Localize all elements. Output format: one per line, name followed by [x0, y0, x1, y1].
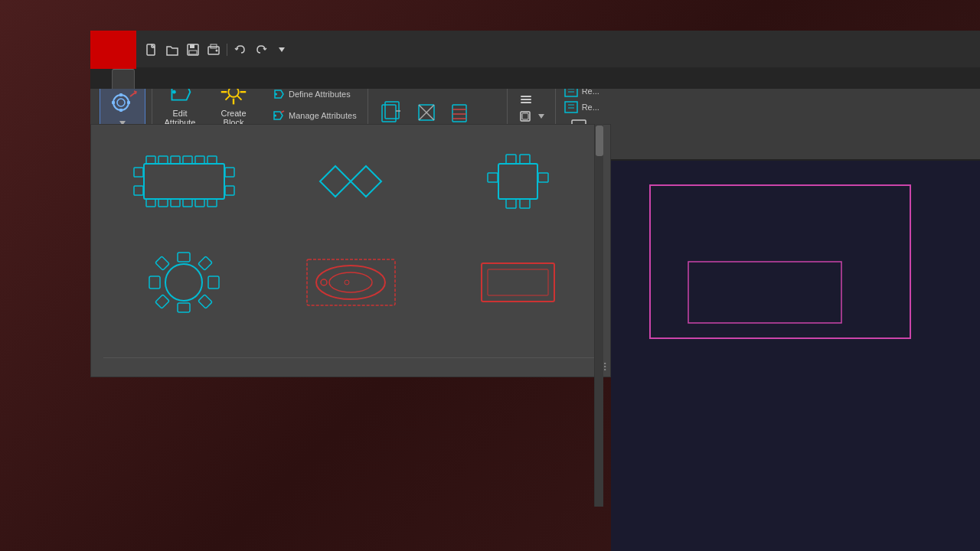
svg-rect-101: [198, 256, 211, 270]
drawing-area: [611, 124, 980, 551]
svg-rect-95: [506, 199, 516, 208]
save-button[interactable]: [184, 41, 202, 59]
svg-rect-105: [155, 295, 168, 308]
svg-rect-82: [171, 199, 180, 207]
svg-rect-5: [189, 51, 197, 54]
manage-attributes-label: Manage Attributes: [289, 111, 357, 120]
block-14-top-rect[interactable]: [103, 137, 264, 232]
tab-insert[interactable]: [112, 69, 135, 89]
svg-rect-77: [183, 156, 192, 164]
tab-home[interactable]: [90, 69, 112, 89]
svg-rect-92: [498, 164, 537, 199]
svg-point-18: [172, 90, 176, 94]
svg-point-110: [329, 272, 372, 292]
svg-rect-102: [208, 276, 219, 289]
svg-point-112: [345, 280, 349, 285]
svg-rect-100: [178, 253, 190, 262]
plot-button[interactable]: [204, 41, 223, 59]
manage-attributes-button[interactable]: Manage Attributes: [267, 106, 361, 125]
svg-rect-79: [207, 156, 217, 164]
svg-rect-13: [119, 109, 122, 112]
open-button[interactable]: [163, 41, 181, 59]
block-8-top-preview: [122, 244, 245, 321]
svg-line-28: [226, 96, 230, 100]
svg-line-16: [130, 92, 136, 96]
svg-rect-106: [149, 276, 160, 289]
scrollbar-thumb[interactable]: [596, 126, 603, 156]
block-8-top[interactable]: [103, 238, 264, 333]
svg-rect-76: [171, 156, 180, 164]
svg-rect-116: [688, 262, 841, 323]
define-attributes-label: Define Attributes: [289, 90, 351, 99]
svg-rect-14: [112, 101, 115, 104]
tab-express-tools[interactable]: [285, 69, 306, 89]
svg-rect-85: [207, 199, 217, 207]
svg-rect-94: [520, 155, 530, 164]
tab-output[interactable]: [220, 69, 242, 89]
svg-rect-75: [158, 156, 168, 164]
re-button-2[interactable]: Re...: [564, 100, 599, 114]
svg-rect-104: [178, 303, 190, 312]
svg-rect-96: [520, 199, 530, 208]
svg-rect-53: [521, 96, 531, 97]
tab-parametric[interactable]: [156, 69, 178, 89]
quick-access-toolbar: [136, 41, 297, 59]
svg-marker-58: [538, 114, 544, 119]
dropdown-footer: [91, 345, 610, 370]
svg-rect-12: [119, 93, 122, 96]
svg-marker-9: [279, 47, 285, 52]
tab-bar: [90, 67, 980, 89]
svg-point-8: [216, 50, 218, 52]
block-4-top-square[interactable]: [270, 137, 431, 232]
svg-point-111: [321, 279, 327, 285]
svg-rect-57: [522, 113, 528, 119]
svg-rect-88: [225, 168, 234, 177]
block-14-top-rect-preview: [122, 143, 245, 220]
dropdown-scrollbar[interactable]: [594, 124, 603, 507]
block-asc38[interactable]: [270, 238, 431, 333]
block-4-top-square-preview: [289, 143, 412, 220]
blocks-from-libraries-button[interactable]: [103, 358, 598, 367]
tab-annotate[interactable]: [135, 69, 156, 89]
svg-rect-55: [521, 102, 531, 103]
undo-button[interactable]: [231, 41, 250, 59]
svg-rect-78: [195, 156, 204, 164]
recent-blocks-button[interactable]: [103, 348, 598, 358]
block-6-top-preview: [456, 143, 579, 220]
svg-rect-86: [134, 168, 143, 177]
tab-feat[interactable]: [306, 69, 328, 89]
block-6-top[interactable]: [437, 137, 598, 232]
svg-rect-83: [183, 199, 192, 207]
svg-point-33: [274, 115, 276, 117]
svg-rect-84: [195, 199, 204, 207]
svg-rect-54: [521, 99, 531, 100]
svg-rect-103: [198, 295, 211, 308]
underlay-layers-button[interactable]: [517, 91, 547, 106]
block-asc48-preview: [456, 244, 579, 321]
svg-rect-4: [190, 44, 194, 48]
svg-point-32: [275, 93, 277, 96]
svg-rect-93: [506, 155, 516, 164]
svg-rect-80: [146, 199, 155, 207]
tab-view[interactable]: [178, 69, 199, 89]
svg-rect-81: [158, 199, 168, 207]
svg-marker-91: [351, 166, 381, 197]
svg-point-11: [117, 99, 125, 106]
new-button[interactable]: [142, 41, 161, 59]
block-asc38-preview: [289, 244, 412, 321]
tab-addins[interactable]: [242, 69, 263, 89]
block-asc48[interactable]: [437, 238, 598, 333]
svg-rect-97: [488, 173, 498, 182]
svg-rect-15: [127, 101, 130, 104]
frames-vary-button[interactable]: [517, 109, 547, 123]
redo-button[interactable]: [252, 41, 270, 59]
tab-manage[interactable]: [199, 69, 220, 89]
svg-marker-65: [565, 102, 577, 112]
svg-line-26: [237, 96, 242, 100]
tab-collaborate[interactable]: [263, 69, 285, 89]
title-bar: [136, 31, 980, 69]
svg-rect-114: [488, 269, 548, 295]
svg-point-10: [113, 95, 129, 110]
customize-qat-button[interactable]: [273, 41, 291, 59]
svg-rect-107: [155, 256, 168, 270]
